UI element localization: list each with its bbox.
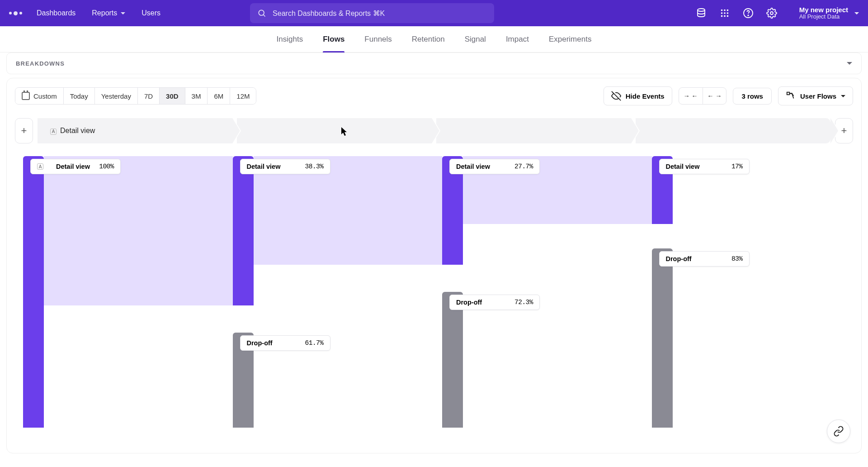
breakdowns-panel[interactable]: BREAKDOWNS: [6, 52, 862, 74]
hide-events-label: Hide Events: [626, 92, 665, 100]
date-today[interactable]: Today: [64, 88, 95, 104]
apps-grid-icon[interactable]: [719, 7, 731, 19]
chevron-down-icon: [854, 12, 859, 14]
hide-events-toggle[interactable]: Hide Events: [604, 86, 672, 105]
step-chevron-3[interactable]: [636, 118, 830, 143]
help-icon[interactable]: [742, 7, 754, 19]
nav-dashboards[interactable]: Dashboards: [28, 5, 84, 22]
expand-button[interactable]: ← →: [703, 88, 726, 104]
node-label: Drop-off: [666, 255, 692, 262]
svg-point-5: [726, 10, 728, 11]
tab-impact[interactable]: Impact: [506, 26, 529, 52]
node-pct: 38.3%: [305, 163, 323, 170]
detail-bar[interactable]: [23, 156, 44, 428]
dropoff-bar[interactable]: [442, 292, 463, 428]
toolbar: Custom Today Yesterday 7D 30D 3M 6M 12M …: [15, 86, 853, 105]
project-name: My new project: [799, 6, 848, 14]
chevron-down-icon: [121, 12, 125, 14]
node-label: Detail view: [666, 163, 700, 170]
flow-node-detail[interactable]: Detail view 27.7%: [449, 159, 540, 174]
node-label: Detail view: [56, 163, 90, 170]
database-icon[interactable]: [695, 7, 707, 19]
eye-off-icon: [611, 91, 621, 101]
node-pct: 83%: [731, 255, 743, 262]
date-yesterday[interactable]: Yesterday: [95, 88, 138, 104]
tab-experiments[interactable]: Experiments: [549, 26, 591, 52]
tab-flows[interactable]: Flows: [323, 26, 344, 52]
svg-point-14: [770, 12, 773, 14]
node-tag: A: [37, 163, 43, 170]
search-icon: [257, 9, 266, 18]
tab-signal[interactable]: Signal: [465, 26, 486, 52]
svg-point-3: [721, 10, 722, 11]
flow-node-dropoff[interactable]: Drop-off 72.3%: [449, 295, 540, 310]
chevron-down-icon: [847, 62, 852, 65]
svg-point-2: [698, 9, 705, 11]
top-nav-bar: Dashboards Reports Users Search Dashboar…: [0, 0, 868, 26]
dropoff-bar[interactable]: [652, 248, 673, 428]
nav-reports[interactable]: Reports: [84, 5, 133, 22]
step-chevron-0[interactable]: ADetail view: [38, 118, 232, 143]
tab-insights[interactable]: Insights: [277, 26, 303, 52]
global-search[interactable]: Search Dashboards & Reports ⌘K: [250, 3, 494, 23]
add-step-left-button[interactable]: +: [15, 118, 33, 143]
settings-gear-icon[interactable]: [766, 7, 778, 19]
project-picker[interactable]: My new project All Project Data: [789, 6, 859, 20]
breakdowns-label: BREAKDOWNS: [16, 60, 65, 67]
date-12m[interactable]: 12M: [230, 88, 256, 104]
svg-rect-16: [787, 92, 790, 95]
nav-reports-label: Reports: [92, 9, 117, 17]
node-pct: 72.3%: [514, 299, 533, 306]
svg-point-7: [724, 12, 726, 14]
flow-node-dropoff[interactable]: Drop-off 61.7%: [240, 335, 330, 351]
flow-mode-selector[interactable]: User Flows: [778, 86, 853, 105]
tab-retention[interactable]: Retention: [412, 26, 445, 52]
flow-node-detail[interactable]: Detail view 38.3%: [240, 159, 330, 174]
step-chevron-2[interactable]: [436, 118, 631, 143]
flow-column-1: Detail view 38.3% Drop-off 61.7%: [225, 156, 434, 428]
date-7d[interactable]: 7D: [138, 88, 160, 104]
collapse-button[interactable]: → ←: [679, 88, 703, 104]
rows-selector[interactable]: 3 rows: [733, 88, 772, 105]
node-label: Drop-off: [247, 339, 273, 347]
svg-point-8: [726, 12, 728, 14]
project-sub: All Project Data: [799, 14, 848, 20]
date-range-segmented: Custom Today Yesterday 7D 30D 3M 6M 12M: [15, 87, 256, 105]
step-chevron-1[interactable]: [237, 118, 432, 143]
nav-users[interactable]: Users: [133, 5, 169, 22]
app-menu-dots-icon[interactable]: [5, 11, 28, 15]
flow-column-3: Detail view 17% Drop-off 83%: [644, 156, 854, 428]
svg-line-1: [264, 15, 265, 17]
node-pct: 17%: [731, 163, 743, 170]
flow-band: [44, 156, 233, 305]
flow-column-2: Detail view 27.7% Drop-off 72.3%: [434, 156, 644, 428]
search-placeholder: Search Dashboards & Reports ⌘K: [273, 9, 385, 18]
date-6m[interactable]: 6M: [208, 88, 230, 104]
svg-point-9: [721, 15, 722, 17]
svg-point-13: [748, 15, 749, 16]
step-tag: A: [50, 129, 57, 135]
primary-nav: Dashboards Reports Users: [28, 5, 169, 22]
detail-bar[interactable]: [233, 156, 254, 305]
step-header-row: + ADetail view +: [15, 118, 853, 143]
link-or-attachment-fab[interactable]: [827, 419, 850, 443]
flow-node-detail[interactable]: Detail view 17%: [659, 159, 750, 174]
date-custom[interactable]: Custom: [15, 88, 64, 104]
node-label: Detail view: [456, 163, 490, 170]
step-label: Detail view: [60, 127, 95, 134]
svg-point-6: [721, 12, 722, 14]
node-pct: 61.7%: [305, 339, 323, 347]
svg-point-10: [724, 15, 726, 17]
user-flow-chart: A Detail view 100% Detail view 38.3% Dro…: [15, 156, 853, 428]
report-type-tabs: Insights Flows Funnels Retention Signal …: [0, 26, 868, 52]
tab-funnels[interactable]: Funnels: [364, 26, 392, 52]
date-3m[interactable]: 3M: [185, 88, 208, 104]
flows-card: Custom Today Yesterday 7D 30D 3M 6M 12M …: [6, 78, 862, 453]
calendar-icon: [22, 92, 30, 100]
flow-node-detail[interactable]: A Detail view 100%: [30, 159, 121, 174]
flowchart-icon: [786, 91, 796, 101]
flow-node-dropoff[interactable]: Drop-off 83%: [659, 251, 750, 267]
date-30d[interactable]: 30D: [160, 88, 185, 104]
svg-point-0: [259, 10, 264, 15]
chevron-down-icon: [841, 95, 845, 97]
